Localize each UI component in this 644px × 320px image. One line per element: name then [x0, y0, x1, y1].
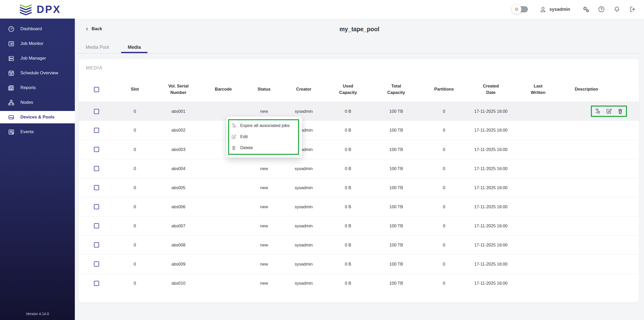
bell-icon [613, 6, 621, 13]
sidebar-item-reports[interactable]: Reports [0, 82, 75, 94]
media-row[interactable]: 0 abs005 new sysadmin 0 B 100 TB 0 17-11… [79, 178, 639, 197]
cell-created-date: 17-11-2025 16:00 [468, 102, 514, 121]
notifications-button[interactable] [613, 5, 621, 13]
col-slot: Slot [114, 77, 155, 102]
row-checkbox[interactable] [94, 242, 99, 247]
sidebar-item-job-monitor[interactable]: Job Monitor [0, 37, 75, 50]
cell-vol-serial: abs005 [155, 178, 202, 197]
expire-icon[interactable] [594, 108, 601, 115]
cell-created-date: 17-11-2025 16:00 [468, 140, 514, 159]
select-all-checkbox[interactable] [94, 87, 99, 92]
cell-slot: 0 [114, 140, 155, 159]
media-row[interactable]: 0 abs006 new sysadmin 0 B 100 TB 0 17-11… [79, 197, 639, 216]
cell-description [562, 178, 639, 197]
settings-button[interactable] [582, 5, 590, 13]
job-monitor-icon [8, 40, 15, 47]
menu-item-expire-all[interactable]: Expire all associated jobs [227, 120, 302, 131]
tab-media-pool[interactable]: Media Pool [85, 41, 109, 53]
reports-icon [8, 84, 15, 91]
cell-last-written [514, 274, 562, 293]
cell-used-capacity: 0 B [324, 121, 372, 140]
sidebar-item-devices-pools[interactable]: Devices & Pools [0, 111, 75, 123]
col-barcode: Barcode [202, 77, 245, 102]
row-checkbox[interactable] [94, 261, 99, 267]
tab-media[interactable]: Media [121, 41, 148, 53]
devices-icon [8, 114, 15, 121]
cell-creator: sysadmin [283, 254, 324, 274]
edit-icon[interactable] [606, 108, 612, 115]
cell-created-date: 17-11-2025 16:00 [468, 254, 514, 274]
tabs: Media Pool Media [85, 41, 148, 53]
cell-used-capacity: 0 B [324, 274, 372, 293]
cell-description [562, 140, 639, 159]
cell-created-date: 17-11-2025 16:00 [468, 159, 514, 178]
col-description: Description [562, 77, 639, 102]
cell-slot: 0 [114, 216, 155, 235]
cell-created-date: 17-11-2025 16:00 [468, 235, 514, 254]
theme-toggle-thumb[interactable] [512, 4, 521, 14]
cell-status: new [245, 216, 283, 235]
cell-vol-serial: abs009 [155, 254, 202, 274]
logout-button[interactable] [629, 5, 636, 13]
sidebar-item-nodes[interactable]: Nodes [0, 96, 75, 109]
media-table: Slot Vol. Serial Number Barcode Status C… [79, 77, 639, 293]
row-checkbox[interactable] [94, 109, 99, 114]
media-row[interactable]: 0 abs001 new sysadmin 0 B 100 TB 0 17-11… [79, 102, 639, 121]
cell-last-written [514, 254, 562, 274]
delete-icon[interactable] [617, 108, 624, 115]
cell-vol-serial: abs007 [155, 216, 202, 235]
menu-item-label: Delete [240, 145, 253, 150]
media-row[interactable]: 0 abs003 new sysadmin 0 B 100 TB 0 17-11… [79, 140, 639, 159]
cell-status: new [245, 254, 283, 274]
help-button[interactable] [598, 5, 605, 13]
cell-total-capacity: 100 TB [372, 102, 421, 121]
cell-creator: sysadmin [283, 274, 324, 293]
cell-slot: 0 [114, 235, 155, 254]
cell-vol-serial: abs001 [155, 102, 202, 121]
media-table-body: 0 abs001 new sysadmin 0 B 100 TB 0 17-11… [79, 102, 639, 293]
row-checkbox[interactable] [94, 166, 99, 171]
username: sysadmin [549, 7, 570, 12]
media-row[interactable]: 0 abs002 new sysadmin 0 B 100 TB 0 17-11… [79, 121, 639, 140]
media-row[interactable]: 0 abs008 new sysadmin 0 B 100 TB 0 17-11… [79, 235, 639, 254]
row-checkbox[interactable] [94, 128, 99, 133]
media-row[interactable]: 0 abs004 new sysadmin 0 B 100 TB 0 17-11… [79, 159, 639, 178]
cell-used-capacity: 0 B [324, 216, 372, 235]
sidebar-item-job-manager[interactable]: Job Manager [0, 52, 75, 65]
sidebar-item-dashboard[interactable]: Dashboard [0, 23, 75, 35]
cell-last-written [514, 235, 562, 254]
delete-icon [231, 145, 237, 151]
sidebar-item-label: Devices & Pools [20, 115, 54, 120]
sidebar-item-events[interactable]: Events [0, 126, 75, 138]
cell-status: new [245, 159, 283, 178]
cell-last-written [514, 121, 562, 140]
cell-created-date: 17-11-2025 16:00 [468, 197, 514, 216]
row-checkbox[interactable] [94, 223, 99, 228]
cell-vol-serial: abs002 [155, 121, 202, 140]
user-menu[interactable]: sysadmin [539, 6, 570, 13]
sidebar-item-label: Events [20, 129, 34, 134]
sidebar-item-schedule-overview[interactable]: Schedule Overview [0, 67, 75, 79]
row-checkbox[interactable] [94, 185, 99, 190]
cell-total-capacity: 100 TB [372, 216, 421, 235]
cell-last-written [514, 216, 562, 235]
cell-barcode [202, 178, 245, 197]
theme-toggle[interactable] [513, 6, 528, 12]
col-partitions: Partitions [421, 77, 468, 102]
cell-status: new [245, 235, 283, 254]
cell-vol-serial: abs008 [155, 235, 202, 254]
cell-slot: 0 [114, 274, 155, 293]
menu-item-edit[interactable]: Edit [227, 131, 302, 142]
cell-description [562, 159, 639, 178]
cell-total-capacity: 100 TB [372, 159, 421, 178]
media-row[interactable]: 0 abs009 new sysadmin 0 B 100 TB 0 17-11… [79, 254, 639, 274]
cell-vol-serial: abs004 [155, 159, 202, 178]
media-row[interactable]: 0 abs007 new sysadmin 0 B 100 TB 0 17-11… [79, 216, 639, 235]
menu-item-delete[interactable]: Delete [227, 142, 302, 153]
cell-partitions: 0 [421, 140, 468, 159]
row-checkbox[interactable] [94, 204, 99, 209]
row-checkbox[interactable] [94, 147, 99, 152]
row-checkbox[interactable] [94, 281, 99, 286]
media-row[interactable]: 0 abs010 new sysadmin 0 B 100 TB 0 17-11… [79, 274, 639, 293]
help-icon [598, 6, 605, 13]
